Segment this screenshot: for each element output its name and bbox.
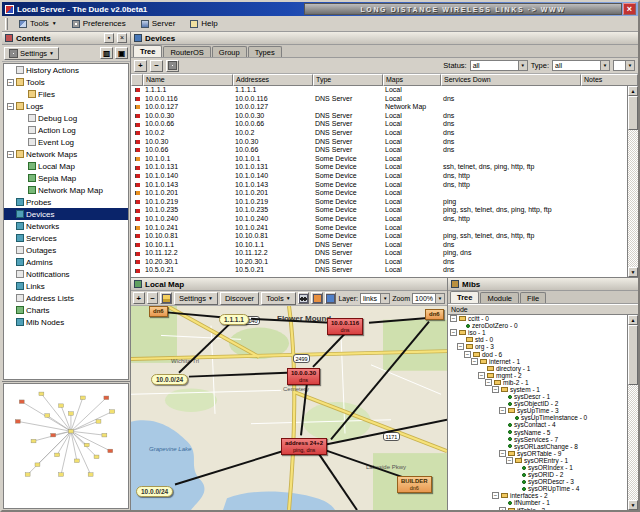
map-node-builder[interactable]: BUILDERdn6 [397, 476, 432, 493]
map-link-line[interactable] [179, 323, 231, 373]
tree-expander-icon[interactable]: + [499, 507, 506, 510]
zoom-in-button[interactable]: + [133, 292, 145, 304]
device-row-10-11-12-2[interactable]: 10.11.12.210.11.12.2DNS ServerLocalping,… [131, 249, 627, 258]
column-header-name[interactable]: Name [143, 74, 233, 86]
sidebar-item-files[interactable]: Files [4, 88, 128, 100]
sidebar-item-sepia-map[interactable]: Sepia Map [4, 172, 128, 184]
device-row-10-20-30-1[interactable]: 10.20.30.110.20.30.1DNS ServerLocaldns [131, 258, 627, 267]
mib-node-zerodotzero-0[interactable]: zeroDotZero - 0 [448, 322, 627, 329]
map-link-line[interactable] [175, 449, 289, 484]
tree-expander-icon[interactable]: − [7, 103, 14, 110]
mib-node-ifnumber-1[interactable]: ifNumber - 1 [448, 499, 627, 506]
mibs-tab-file[interactable]: File [520, 292, 546, 303]
device-row-10-1-0-219[interactable]: 10.1.0.21910.1.0.219Some DeviceLocalping [131, 198, 627, 207]
map-node-address-24-2[interactable]: address 24+2ping, dns [281, 438, 327, 455]
tree-expander-icon[interactable]: − [492, 492, 499, 499]
sidebar-item-debug-log[interactable]: Debug Log [4, 112, 128, 124]
device-row-1-1-1-1[interactable]: 1.1.1.11.1.1.1Local [131, 86, 627, 95]
mib-node-sysname-5[interactable]: sysName - 5 [448, 429, 627, 436]
sidebar-item-action-log[interactable]: Action Log [4, 124, 128, 136]
map-link-line[interactable] [301, 383, 307, 436]
map-link-line[interactable] [161, 312, 227, 318]
tools-menu-button[interactable]: Tools ▼ [13, 17, 63, 30]
map-link-line[interactable] [331, 322, 429, 440]
map-node-dn6[interactable]: dn6 [425, 309, 444, 320]
device-row-10-1-0-240[interactable]: 10.1.0.24010.1.0.240Some DeviceLocaldns,… [131, 215, 627, 224]
devices-scrollbar[interactable]: ▲ ▼ [627, 86, 638, 277]
column-header-flag[interactable] [131, 74, 143, 86]
contents-layout-button[interactable]: ▥ [100, 47, 113, 59]
tree-expander-icon[interactable]: − [7, 79, 14, 86]
devices-tab-types[interactable]: Types [248, 46, 282, 57]
scroll-up-icon[interactable]: ▲ [628, 86, 638, 96]
mib-node-sysordescr-3[interactable]: sysORDescr - 3 [448, 478, 627, 485]
mib-node-org-3[interactable]: −org - 3 [448, 343, 627, 350]
device-row-10-0-2[interactable]: 10.0.210.0.2DNS ServerLocaldns [131, 129, 627, 138]
column-header-addresses[interactable]: Addresses [233, 74, 313, 86]
column-header-notes[interactable]: Notes [581, 74, 638, 86]
mib-node-interfaces-2[interactable]: −interfaces - 2 [448, 492, 627, 499]
remove-device-button[interactable]: − [150, 60, 163, 72]
status-filter-select[interactable]: all ▼ [470, 60, 528, 71]
tree-expander-icon[interactable]: − [457, 343, 464, 350]
type-filter-select[interactable]: all ▼ [552, 60, 610, 71]
device-row-10-0-0-66[interactable]: 10.0.0.6610.0.0.66DNS ServerLocaldns [131, 120, 627, 129]
mib-node-sysobjectid-2[interactable]: sysObjectID - 2 [448, 400, 627, 407]
device-row-10-0-0-127[interactable]: 10.0.0.12710.0.0.127Network Map [131, 103, 627, 112]
layer-select[interactable]: links ▼ [360, 293, 390, 304]
mib-node-sysorlastchange-8[interactable]: sysORLastChange - 8 [448, 443, 627, 450]
sidebar-item-tools[interactable]: −Tools [4, 76, 128, 88]
tree-expander-icon[interactable]: − [450, 315, 457, 322]
contents-refresh-button[interactable]: ▣ [115, 47, 128, 59]
sidebar-item-networks[interactable]: Networks [4, 220, 128, 232]
mib-node-sysorindex-1[interactable]: sysORIndex - 1 [448, 464, 627, 471]
map-canvas[interactable]: Flower MoundCemeteryGrapevine LakeWichit… [131, 306, 447, 510]
mib-node-sysorentry-1[interactable]: −sysOREntry - 1 [448, 457, 627, 464]
mibs-scrollbar[interactable]: ▲ ▼ [627, 315, 638, 510]
tree-expander-icon[interactable]: − [485, 379, 492, 386]
map-node-dn6[interactable]: dn6 [149, 306, 168, 317]
mibs-tab-module[interactable]: Module [480, 292, 519, 303]
mib-node-sysorid-2[interactable]: sysORID - 2 [448, 471, 627, 478]
mib-node-column-header[interactable]: Node [448, 304, 638, 315]
mib-node-sysortable-9[interactable]: −sysORTable - 9 [448, 450, 627, 457]
device-row-10-1-0-235[interactable]: 10.1.0.23510.1.0.235Some DeviceLocalping… [131, 206, 627, 215]
tree-expander-icon[interactable]: − [450, 329, 457, 336]
map-node-10-0-0-116[interactable]: 10.0.0.116dns [327, 318, 363, 335]
device-row-10-0-0-30[interactable]: 10.0.0.3010.0.0.30DNS ServerLocaldns [131, 112, 627, 121]
mib-node-ccitt-0[interactable]: −ccitt - 0 [448, 315, 627, 322]
mib-node-mib-2-1[interactable]: −mib-2 - 1 [448, 379, 627, 386]
device-row-10-10-1-1[interactable]: 10.10.1.110.10.1.1DNS ServerLocaldns [131, 241, 627, 250]
sidebar-item-network-map-map[interactable]: Network Map Map [4, 184, 128, 196]
mib-node-directory-1[interactable]: directory - 1 [448, 365, 627, 372]
map-link-line[interactable] [189, 373, 287, 377]
column-header-services-down[interactable]: Services Down [441, 74, 581, 86]
map-link-line[interactable] [369, 318, 431, 323]
tree-expander-icon[interactable]: − [464, 351, 471, 358]
map-link-line[interactable] [325, 450, 407, 478]
mib-node-std-0[interactable]: std - 0 [448, 336, 627, 343]
tree-expander-icon[interactable]: − [471, 358, 478, 365]
sidebar-item-admins[interactable]: Admins [4, 256, 128, 268]
scroll-down-icon[interactable]: ▼ [628, 267, 638, 277]
sidebar-item-notifications[interactable]: Notifications [4, 268, 128, 280]
extra-filter-select[interactable]: ▼ [613, 60, 635, 71]
map-tools-button[interactable]: Tools ▼ [261, 292, 295, 305]
mib-node-sysuptimeinstance-0[interactable]: sysUpTimeInstance - 0 [448, 414, 627, 421]
map-link-line[interactable] [251, 319, 331, 323]
mib-node-sysoruptime-4[interactable]: sysORUpTime - 4 [448, 485, 627, 492]
discover-button[interactable]: Discover [220, 292, 259, 305]
device-row-10-1-0-143[interactable]: 10.1.0.14310.1.0.143Some DeviceLocaldns,… [131, 181, 627, 190]
add-device-button[interactable]: + [134, 60, 147, 72]
scroll-up-icon[interactable]: ▲ [628, 315, 638, 325]
mibs-scroll-thumb[interactable] [628, 325, 638, 385]
device-row-10-1-0-140[interactable]: 10.1.0.14010.1.0.140Some DeviceLocaldns,… [131, 172, 627, 181]
map-node-10-0-0-24[interactable]: 10.0.0/24 [136, 486, 173, 497]
device-row-10-1-0-201[interactable]: 10.1.0.20110.1.0.201Some DeviceLocal [131, 189, 627, 198]
mib-node-sysdescr-1[interactable]: sysDescr - 1 [448, 393, 627, 400]
preferences-button[interactable]: Preferences [66, 17, 132, 30]
add-link-button[interactable] [325, 292, 337, 304]
device-row-10-1-0-131[interactable]: 10.1.0.13110.1.0.131Some DeviceLocalssh,… [131, 163, 627, 172]
mib-node-internet-1[interactable]: −internet - 1 [448, 358, 627, 365]
tree-expander-icon[interactable]: − [478, 372, 485, 379]
